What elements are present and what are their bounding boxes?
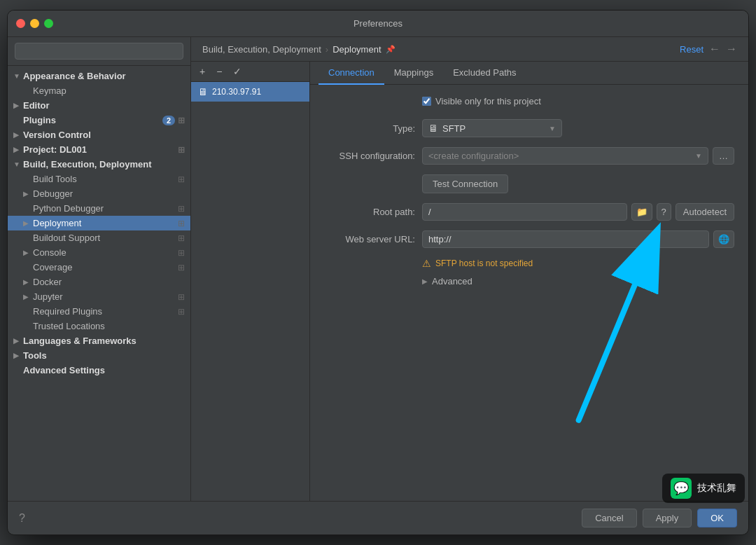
sidebar-item-trusted-locations[interactable]: Trusted Locations — [8, 319, 190, 333]
web-server-browse-button[interactable]: 🌐 — [713, 230, 734, 248]
help-button[interactable]: ? — [19, 512, 25, 525]
breadcrumb-current: Deployment — [332, 44, 381, 55]
forward-button[interactable]: → — [726, 43, 737, 55]
traffic-lights — [16, 19, 53, 28]
sidebar-item-label: Keymap — [33, 85, 66, 96]
chevron-right-icon: ▶ — [23, 249, 33, 256]
python-debug-icon-area: ⊞ — [178, 204, 185, 214]
ok-button[interactable]: OK — [697, 509, 737, 527]
sidebar-item-buildout[interactable]: Buildout Support ⊞ — [8, 230, 190, 245]
close-button[interactable] — [16, 19, 25, 28]
sidebar-item-python-debugger[interactable]: Python Debugger ⊞ — [8, 201, 190, 216]
breadcrumb: Build, Execution, Deployment › Deploymen… — [202, 44, 396, 55]
type-label: Type: — [324, 123, 415, 134]
advanced-row[interactable]: ▶ Advanced — [422, 276, 734, 287]
server-entry[interactable]: 🖥 210.30.97.91 — [191, 82, 309, 102]
edit-icon: ⊞ — [178, 233, 185, 243]
sidebar-item-plugins[interactable]: Plugins 2 ⊞ — [8, 113, 190, 127]
sidebar-item-required-plugins[interactable]: Required Plugins ⊞ — [8, 304, 190, 319]
tab-mappings[interactable]: Mappings — [384, 62, 443, 85]
edit-icon: ⊞ — [178, 292, 185, 302]
tab-excluded-paths[interactable]: Excluded Paths — [443, 62, 526, 85]
sidebar-item-label: Buildout Support — [33, 233, 100, 243]
reset-button[interactable]: Reset — [680, 44, 704, 55]
confirm-button[interactable]: ✓ — [230, 64, 244, 78]
autodetect-button[interactable]: Autodetect — [676, 203, 734, 221]
sidebar-item-console[interactable]: ▶ Console ⊞ — [8, 245, 190, 260]
sidebar-item-build-exec[interactable]: ▼ Build, Execution, Deployment — [8, 157, 190, 172]
minimize-button[interactable] — [30, 19, 39, 28]
sidebar-item-keymap[interactable]: Keymap — [8, 83, 190, 98]
edit-icon: ⊞ — [178, 174, 185, 184]
sidebar-item-debugger[interactable]: ▶ Debugger — [8, 186, 190, 201]
remove-server-button[interactable]: − — [214, 64, 225, 78]
sidebar-item-label: Trusted Locations — [33, 321, 105, 331]
ssh-config-text: <create configuration> — [428, 151, 695, 161]
ssh-config-label: SSH configuration: — [324, 151, 415, 161]
sidebar-item-appearance[interactable]: ▼ Appearance & Behavior — [8, 69, 190, 83]
sidebar-tree: ▼ Appearance & Behavior Keymap ▶ Editor … — [8, 66, 190, 501]
sidebar-item-label: Debugger — [33, 188, 73, 199]
sidebar-item-label: Build Tools — [33, 174, 77, 184]
window-title: Preferences — [354, 18, 402, 29]
web-server-url-input[interactable] — [422, 230, 709, 248]
sidebar-item-advanced-settings[interactable]: Advanced Settings — [8, 363, 190, 378]
warning-icon: ⚠ — [422, 258, 431, 269]
ssh-config-placeholder: <create configuration> — [428, 151, 519, 161]
content-header: Build, Execution, Deployment › Deploymen… — [191, 37, 748, 62]
sidebar-item-deployment[interactable]: ▶ Deployment ⊞ — [8, 216, 190, 230]
sidebar-item-label: Tools — [23, 350, 47, 361]
edit-icon: ⊞ — [178, 219, 185, 228]
sidebar-item-jupyter[interactable]: ▶ Jupyter ⊞ — [8, 289, 190, 304]
content-area: Build, Execution, Deployment › Deploymen… — [191, 37, 748, 501]
required-plugins-icon-area: ⊞ — [178, 307, 185, 317]
chevron-right-icon: ▶ — [422, 277, 428, 285]
maximize-button[interactable] — [44, 19, 53, 28]
sidebar-item-label: Plugins — [23, 115, 56, 125]
sidebar-item-coverage[interactable]: Coverage ⊞ — [8, 260, 190, 275]
ssh-config-select[interactable]: <create configuration> ▼ — [422, 147, 708, 165]
back-button[interactable]: ← — [709, 43, 720, 55]
chevron-down-icon: ▼ — [695, 152, 702, 160]
form-area: Visible only for this project Type: 🖥 S — [310, 85, 748, 501]
sidebar-item-label: Build, Execution, Deployment — [23, 159, 151, 170]
type-select[interactable]: 🖥 SFTP ▼ — [422, 119, 562, 137]
sidebar-item-project[interactable]: ▶ Project: DL001 ⊞ — [8, 142, 190, 157]
chevron-down-icon: ▼ — [13, 160, 23, 168]
jupyter-icon-area: ⊞ — [178, 292, 185, 302]
chevron-right-icon: ▶ — [13, 102, 23, 109]
sidebar-item-label: Appearance & Behavior — [23, 71, 126, 81]
tab-connection[interactable]: Connection — [318, 62, 384, 85]
ssh-config-browse-button[interactable]: … — [713, 147, 734, 165]
breadcrumb-separator: › — [326, 44, 328, 55]
test-connection-button[interactable]: Test Connection — [422, 174, 508, 193]
sidebar-item-docker[interactable]: ▶ Docker — [8, 275, 190, 289]
add-server-button[interactable]: + — [197, 64, 208, 78]
visible-only-checkbox[interactable] — [422, 97, 431, 106]
root-path-browse-button[interactable]: 📁 — [631, 203, 652, 221]
apply-button[interactable]: Apply — [643, 509, 692, 527]
sidebar-item-tools[interactable]: ▶ Tools — [8, 348, 190, 363]
sidebar-item-version-control[interactable]: ▶ Version Control — [8, 127, 190, 142]
web-server-url-label: Web server URL: — [324, 234, 415, 244]
warning-row: ⚠ SFTP host is not specified — [422, 258, 734, 269]
server-name: 210.30.97.91 — [212, 87, 261, 97]
root-path-help-button[interactable]: ? — [657, 203, 671, 221]
sidebar-item-editor[interactable]: ▶ Editor — [8, 98, 190, 113]
edit-icon: ⊞ — [178, 263, 185, 272]
edit-icon: ⊞ — [178, 145, 185, 155]
visible-only-label[interactable]: Visible only for this project — [422, 96, 541, 106]
cancel-button[interactable]: Cancel — [582, 509, 636, 527]
root-path-input[interactable] — [422, 203, 627, 221]
server-icon: 🖥 — [198, 86, 208, 97]
search-input[interactable] — [15, 43, 183, 60]
chevron-right-icon: ▶ — [13, 337, 23, 345]
chevron-right-icon: ▶ — [13, 146, 23, 153]
sidebar-item-build-tools[interactable]: Build Tools ⊞ — [8, 172, 190, 186]
type-select-text: 🖥 SFTP — [428, 123, 549, 134]
sidebar-item-languages[interactable]: ▶ Languages & Frameworks — [8, 333, 190, 348]
sidebar: ▼ Appearance & Behavior Keymap ▶ Editor … — [8, 37, 191, 501]
advanced-label: Advanced — [432, 276, 472, 287]
visible-only-text: Visible only for this project — [435, 96, 541, 106]
buildout-icon-area: ⊞ — [178, 233, 185, 243]
